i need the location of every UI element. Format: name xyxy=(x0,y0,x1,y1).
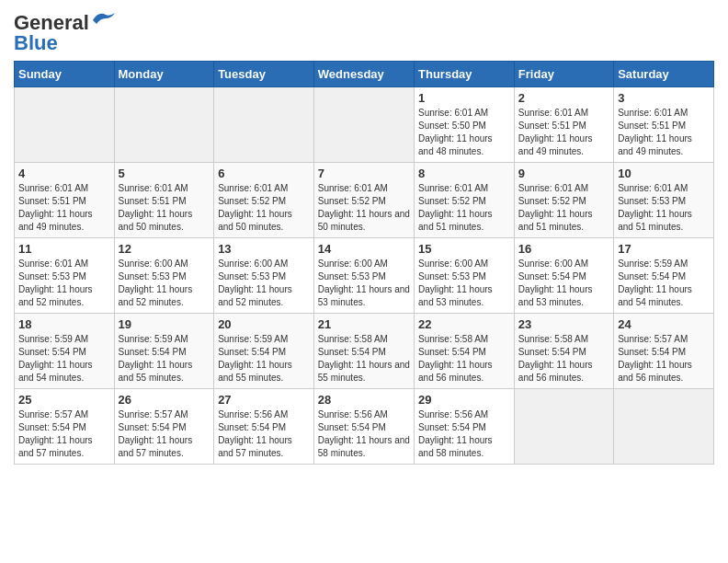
day-info: Sunrise: 5:59 AM Sunset: 5:54 PM Dayligh… xyxy=(18,333,110,385)
logo-general-text: General xyxy=(14,13,89,33)
day-info: Sunrise: 6:01 AM Sunset: 5:51 PM Dayligh… xyxy=(18,182,110,234)
day-info: Sunrise: 5:58 AM Sunset: 5:54 PM Dayligh… xyxy=(418,333,510,385)
calendar-cell xyxy=(114,87,214,163)
calendar-cell: 7Sunrise: 6:01 AM Sunset: 5:52 PM Daylig… xyxy=(313,163,414,238)
day-number: 24 xyxy=(618,317,710,331)
day-number: 18 xyxy=(18,317,110,331)
calendar-cell: 1Sunrise: 6:01 AM Sunset: 5:50 PM Daylig… xyxy=(415,87,515,163)
day-info: Sunrise: 6:00 AM Sunset: 5:53 PM Dayligh… xyxy=(218,258,310,309)
day-number: 21 xyxy=(318,317,410,331)
logo-bird-icon xyxy=(91,9,119,29)
day-info: Sunrise: 5:56 AM Sunset: 5:54 PM Dayligh… xyxy=(418,408,510,460)
calendar-cell xyxy=(514,389,613,465)
week-row-5: 25Sunrise: 5:57 AM Sunset: 5:54 PM Dayli… xyxy=(15,389,714,465)
day-info: Sunrise: 5:57 AM Sunset: 5:54 PM Dayligh… xyxy=(618,333,710,385)
calendar-cell xyxy=(313,87,414,163)
day-info: Sunrise: 6:00 AM Sunset: 5:54 PM Dayligh… xyxy=(518,258,609,309)
header-saturday: Saturday xyxy=(614,62,714,87)
week-row-3: 11Sunrise: 6:01 AM Sunset: 5:53 PM Dayli… xyxy=(15,238,714,314)
day-number: 16 xyxy=(518,242,609,256)
day-number: 26 xyxy=(119,393,210,407)
calendar-cell: 10Sunrise: 6:01 AM Sunset: 5:53 PM Dayli… xyxy=(614,163,714,238)
calendar-cell: 14Sunrise: 6:00 AM Sunset: 5:53 PM Dayli… xyxy=(313,238,414,314)
day-number: 8 xyxy=(418,167,510,180)
calendar-cell: 20Sunrise: 5:59 AM Sunset: 5:54 PM Dayli… xyxy=(214,314,314,389)
day-number: 10 xyxy=(618,167,710,180)
day-info: Sunrise: 6:01 AM Sunset: 5:53 PM Dayligh… xyxy=(618,182,710,234)
day-number: 22 xyxy=(418,317,510,331)
day-number: 2 xyxy=(518,91,609,105)
header-sunday: Sunday xyxy=(15,62,115,87)
day-number: 7 xyxy=(318,167,410,180)
header-tuesday: Tuesday xyxy=(214,62,314,87)
day-info: Sunrise: 5:59 AM Sunset: 5:54 PM Dayligh… xyxy=(218,333,310,385)
calendar-cell xyxy=(15,87,115,163)
calendar-cell: 15Sunrise: 6:00 AM Sunset: 5:53 PM Dayli… xyxy=(415,238,515,314)
day-number: 9 xyxy=(518,167,609,180)
day-info: Sunrise: 6:01 AM Sunset: 5:51 PM Dayligh… xyxy=(618,107,710,158)
week-row-2: 4Sunrise: 6:01 AM Sunset: 5:51 PM Daylig… xyxy=(15,163,714,238)
day-info: Sunrise: 6:00 AM Sunset: 5:53 PM Dayligh… xyxy=(318,258,410,309)
calendar-cell: 6Sunrise: 6:01 AM Sunset: 5:52 PM Daylig… xyxy=(214,163,314,238)
day-number: 12 xyxy=(119,242,210,256)
header-friday: Friday xyxy=(514,62,613,87)
week-row-4: 18Sunrise: 5:59 AM Sunset: 5:54 PM Dayli… xyxy=(15,314,714,389)
week-row-1: 1Sunrise: 6:01 AM Sunset: 5:50 PM Daylig… xyxy=(15,87,714,163)
header-thursday: Thursday xyxy=(415,62,515,87)
calendar-cell xyxy=(614,389,714,465)
day-info: Sunrise: 6:01 AM Sunset: 5:52 PM Dayligh… xyxy=(218,182,310,234)
calendar-cell: 9Sunrise: 6:01 AM Sunset: 5:52 PM Daylig… xyxy=(514,163,613,238)
logo: General Blue xyxy=(14,9,115,53)
calendar-header-row: SundayMondayTuesdayWednesdayThursdayFrid… xyxy=(15,62,714,87)
day-info: Sunrise: 6:00 AM Sunset: 5:53 PM Dayligh… xyxy=(418,258,510,309)
calendar-cell: 17Sunrise: 5:59 AM Sunset: 5:54 PM Dayli… xyxy=(614,238,714,314)
header: General Blue xyxy=(14,9,714,53)
day-info: Sunrise: 6:00 AM Sunset: 5:53 PM Dayligh… xyxy=(119,258,210,309)
day-number: 13 xyxy=(218,242,310,256)
calendar-cell: 24Sunrise: 5:57 AM Sunset: 5:54 PM Dayli… xyxy=(614,314,714,389)
calendar-cell xyxy=(214,87,314,163)
calendar-cell: 4Sunrise: 6:01 AM Sunset: 5:51 PM Daylig… xyxy=(15,163,115,238)
calendar-cell: 28Sunrise: 5:56 AM Sunset: 5:54 PM Dayli… xyxy=(313,389,414,465)
calendar-cell: 27Sunrise: 5:56 AM Sunset: 5:54 PM Dayli… xyxy=(214,389,314,465)
day-info: Sunrise: 6:01 AM Sunset: 5:52 PM Dayligh… xyxy=(318,182,410,234)
calendar-cell: 8Sunrise: 6:01 AM Sunset: 5:52 PM Daylig… xyxy=(415,163,515,238)
day-number: 19 xyxy=(119,317,210,331)
day-number: 11 xyxy=(18,242,110,256)
calendar-cell: 2Sunrise: 6:01 AM Sunset: 5:51 PM Daylig… xyxy=(514,87,613,163)
calendar-cell: 5Sunrise: 6:01 AM Sunset: 5:51 PM Daylig… xyxy=(114,163,214,238)
calendar-cell: 29Sunrise: 5:56 AM Sunset: 5:54 PM Dayli… xyxy=(415,389,515,465)
day-info: Sunrise: 5:57 AM Sunset: 5:54 PM Dayligh… xyxy=(18,408,110,460)
calendar-cell: 23Sunrise: 5:58 AM Sunset: 5:54 PM Dayli… xyxy=(514,314,613,389)
day-number: 4 xyxy=(18,167,110,180)
calendar-cell: 11Sunrise: 6:01 AM Sunset: 5:53 PM Dayli… xyxy=(15,238,115,314)
day-number: 17 xyxy=(618,242,710,256)
calendar-cell: 12Sunrise: 6:00 AM Sunset: 5:53 PM Dayli… xyxy=(114,238,214,314)
day-info: Sunrise: 6:01 AM Sunset: 5:51 PM Dayligh… xyxy=(518,107,609,158)
day-number: 29 xyxy=(418,393,510,407)
day-info: Sunrise: 5:59 AM Sunset: 5:54 PM Dayligh… xyxy=(119,333,210,385)
day-number: 3 xyxy=(618,91,710,105)
day-info: Sunrise: 6:01 AM Sunset: 5:52 PM Dayligh… xyxy=(518,182,609,234)
calendar-cell: 26Sunrise: 5:57 AM Sunset: 5:54 PM Dayli… xyxy=(114,389,214,465)
day-info: Sunrise: 5:56 AM Sunset: 5:54 PM Dayligh… xyxy=(318,408,410,460)
header-wednesday: Wednesday xyxy=(313,62,414,87)
day-number: 6 xyxy=(218,167,310,180)
calendar-cell: 25Sunrise: 5:57 AM Sunset: 5:54 PM Dayli… xyxy=(15,389,115,465)
calendar-cell: 22Sunrise: 5:58 AM Sunset: 5:54 PM Dayli… xyxy=(415,314,515,389)
day-number: 25 xyxy=(18,393,110,407)
calendar-cell: 21Sunrise: 5:58 AM Sunset: 5:54 PM Dayli… xyxy=(313,314,414,389)
calendar-cell: 18Sunrise: 5:59 AM Sunset: 5:54 PM Dayli… xyxy=(15,314,115,389)
calendar-cell: 13Sunrise: 6:00 AM Sunset: 5:53 PM Dayli… xyxy=(214,238,314,314)
day-number: 27 xyxy=(218,393,310,407)
logo-blue-text: Blue xyxy=(14,33,58,53)
calendar-cell: 16Sunrise: 6:00 AM Sunset: 5:54 PM Dayli… xyxy=(514,238,613,314)
day-info: Sunrise: 5:56 AM Sunset: 5:54 PM Dayligh… xyxy=(218,408,310,460)
day-info: Sunrise: 5:57 AM Sunset: 5:54 PM Dayligh… xyxy=(119,408,210,460)
day-info: Sunrise: 5:58 AM Sunset: 5:54 PM Dayligh… xyxy=(518,333,609,385)
day-number: 28 xyxy=(318,393,410,407)
day-number: 15 xyxy=(418,242,510,256)
day-number: 14 xyxy=(318,242,410,256)
header-monday: Monday xyxy=(114,62,214,87)
day-number: 1 xyxy=(418,91,510,105)
